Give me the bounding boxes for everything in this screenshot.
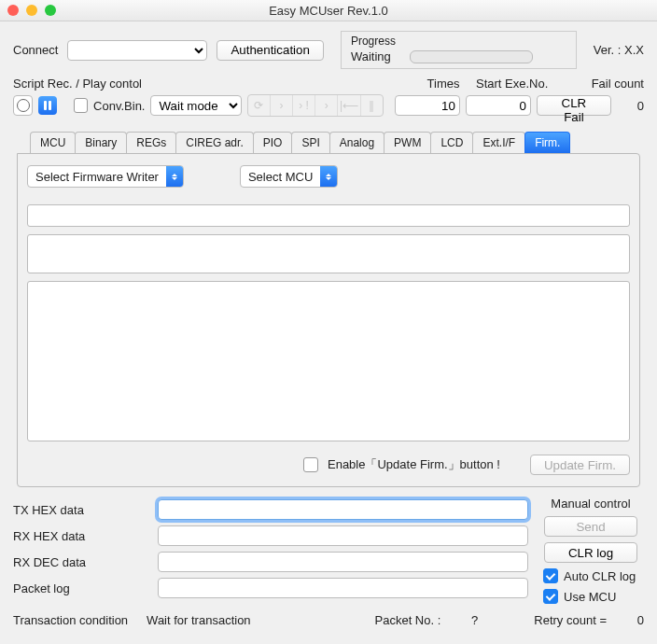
retry-value: 0 [625,613,644,627]
rx-dec-input[interactable] [158,552,528,572]
playback-controls: ⟳ › › ! › |⟵ ‖ [247,94,384,117]
transaction-condition-value: Wait for transaction [147,613,251,627]
reload-icon[interactable]: ⟳ [248,95,271,116]
times-label: Times [411,77,476,91]
fail-count-value: 0 [617,99,644,113]
retry-label: Retry count = [534,613,607,627]
fail-count-label: Fail count [569,77,644,91]
tab-analog[interactable]: Analog [329,132,384,153]
conv-bin-label: Conv.Bin. [93,99,145,113]
tab-binary[interactable]: Binary [75,132,127,153]
tab-body-firm: Select Firmware Writer Select MCU Enable… [17,153,640,487]
firm-text3[interactable] [27,281,630,441]
packet-log-label: Packet log [13,581,158,595]
mcu-select[interactable]: Select MCU [240,165,338,188]
play-icon[interactable]: › [315,95,338,116]
conv-bin-checkbox[interactable] [74,98,89,113]
step-fwd-icon[interactable]: › [271,95,293,116]
auto-clr-log-label: Auto CLR log [564,569,636,583]
tx-hex-input[interactable] [158,499,528,520]
manual-control-label: Manual control [551,497,630,511]
progress-bar [410,50,533,63]
use-mcu-label: Use MCU [564,590,616,604]
rx-hex-input[interactable] [158,525,528,546]
start-exe-label: Start Exe.No. [476,77,569,91]
record-icon [17,99,30,112]
authentication-button[interactable]: Authentication [217,40,323,61]
tab-spi[interactable]: SPI [291,132,329,153]
pause-icon[interactable]: ‖ [361,95,383,116]
rx-hex-label: RX HEX data [13,529,158,543]
progress-label: Progress [351,35,566,48]
titlebar: Easy MCUser Rev.1.0 [0,0,657,21]
pause-button[interactable] [38,96,56,115]
clr-fail-button[interactable]: CLR Fail [537,95,611,116]
window-title: Easy MCUser Rev.1.0 [56,4,601,18]
version-label: Ver. : X.X [594,43,644,57]
packet-no-label: Packet No. : [375,613,441,627]
script-rec-label: Script Rec. / Play contol [13,77,142,91]
firm-text2[interactable] [27,234,630,273]
enable-update-checkbox[interactable] [303,457,318,472]
step-stop-icon[interactable]: › ! [293,95,315,116]
auto-clr-log-checkbox[interactable] [543,568,558,583]
firm-text1[interactable] [27,204,630,227]
packet-log-input[interactable] [158,578,528,598]
firmware-writer-select[interactable]: Select Firmware Writer [27,165,184,188]
wait-mode-select[interactable]: Wait mode [150,95,241,116]
send-button[interactable]: Send [544,516,637,537]
tab-ciregadr[interactable]: CIREG adr. [175,132,253,153]
close-icon[interactable] [7,5,19,16]
packet-no-value: ? [459,613,478,627]
progress-status: Waiting [351,49,391,63]
rx-dec-label: RX DEC data [13,555,158,569]
update-firm-button[interactable]: Update Firm. [530,455,630,475]
tab-extif[interactable]: Ext.I/F [472,132,525,153]
progress-box: Progress Waiting [341,31,577,69]
connect-select[interactable] [67,40,207,61]
tab-lcd[interactable]: LCD [430,132,473,153]
use-mcu-checkbox[interactable] [543,589,558,604]
rewind-icon[interactable]: |⟵ [338,95,360,116]
transaction-condition-label: Transaction condition [13,613,128,627]
tx-hex-label: TX HEX data [13,503,158,517]
zoom-icon[interactable] [45,5,56,16]
times-input[interactable] [395,95,460,116]
connect-label: Connect [13,43,58,57]
tab-regs[interactable]: REGs [126,132,176,153]
clr-log-button[interactable]: CLR log [544,542,637,563]
tab-firm[interactable]: Firm. [524,132,570,153]
record-button[interactable] [13,95,33,116]
enable-update-label: Enable「Update Firm.」button ! [328,456,500,473]
tab-pio[interactable]: PIO [253,132,293,153]
tab-bar: MCUBinaryREGsCIREG adr.PIOSPIAnalogPWMLC… [30,132,644,153]
tab-mcu[interactable]: MCU [30,132,76,153]
tab-pwm[interactable]: PWM [384,132,431,153]
start-exe-input[interactable] [466,95,531,116]
minimize-icon[interactable] [26,5,37,16]
